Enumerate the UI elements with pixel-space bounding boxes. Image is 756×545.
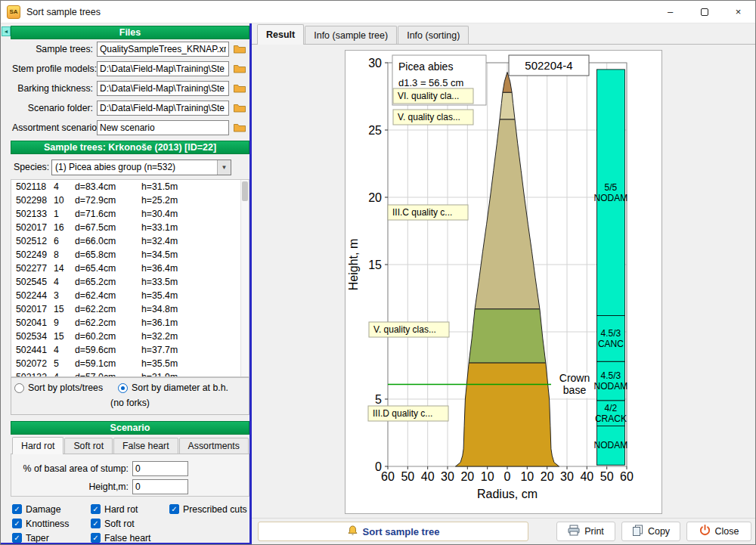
- collapse-panel-button[interactable]: ◄: [2, 26, 11, 36]
- radio-sort-by-plots-trees[interactable]: Sort by plots/trees: [14, 382, 103, 393]
- checkbox-icon: [169, 504, 179, 514]
- field-input[interactable]: [97, 42, 229, 57]
- svg-text:NODAM: NODAM: [594, 381, 628, 392]
- tree-list-item[interactable]: 5022498d=65.8cmh=34.5m: [11, 248, 249, 262]
- tree-list-item[interactable]: 50227714d=65.4cmh=36.4m: [11, 262, 249, 275]
- copy-button[interactable]: Copy: [621, 522, 680, 541]
- svg-text:CANC: CANC: [598, 339, 624, 349]
- crown-base-label: Crown: [559, 372, 590, 384]
- tree-list-item[interactable]: 5021184d=83.4cmh=31.5m: [11, 180, 249, 194]
- tree-plot: 10: [54, 195, 75, 206]
- scenario-tab-false-heart[interactable]: False heart: [113, 438, 178, 454]
- field-input[interactable]: [97, 61, 229, 76]
- folder-icon: [234, 123, 246, 132]
- species-dropdown[interactable]: (1) Picea abies group (n=532) ▼: [51, 159, 231, 175]
- tree-list-item[interactable]: 5025126d=66.0cmh=32.4m: [11, 234, 249, 248]
- tree-height: h=32.4m: [141, 236, 249, 246]
- x-axis-title: Radius, cm: [477, 488, 538, 500]
- sort-sample-tree-button[interactable]: Sort sample tree: [258, 522, 528, 541]
- x-tick-label: 10: [481, 470, 494, 483]
- scrollbar-thumb[interactable]: [242, 181, 248, 201]
- field-input[interactable]: [97, 101, 229, 116]
- tree-list-scrollbar[interactable]: [240, 180, 249, 376]
- stem-segment-v-quality-clas: [500, 92, 515, 119]
- browse-folder-button[interactable]: [231, 42, 248, 57]
- tree-list-item[interactable]: 50201716d=67.5cmh=33.1m: [11, 221, 249, 234]
- stem-segment-iii-c-quality-c: [475, 119, 540, 309]
- tree-id: 502017: [16, 304, 54, 314]
- tree-diameter: d=65.4cm: [75, 263, 141, 274]
- tree-diameter: d=65.2cm: [75, 277, 141, 287]
- print-button[interactable]: Print: [556, 522, 615, 541]
- left-panel: Files Sample trees:Stem profile models:B…: [11, 23, 249, 545]
- tree-height: h=37.7m: [141, 345, 249, 355]
- tree-list-item[interactable]: 5022443d=62.4cmh=35.4m: [11, 289, 249, 302]
- window-title: Sort sample trees: [26, 7, 101, 17]
- maximize-button[interactable]: [687, 1, 721, 23]
- browse-folder-button[interactable]: [231, 61, 248, 76]
- browse-folder-button[interactable]: [231, 81, 248, 96]
- tree-height: h=35.4m: [141, 290, 249, 301]
- tree-height: h=34.8m: [141, 304, 249, 314]
- checkbox-icon: [12, 533, 22, 543]
- svg-text:base: base: [563, 384, 587, 396]
- close-button[interactable]: Close: [686, 522, 751, 541]
- tree-diameter: d=62.4cm: [75, 290, 141, 301]
- height-label: Height,m:: [11, 482, 132, 492]
- checkbox-knottiness[interactable]: Knottiness: [12, 516, 91, 531]
- tree-list-item[interactable]: 5020419d=62.2cmh=36.1m: [11, 316, 249, 330]
- stump-basal-area-input[interactable]: [132, 461, 188, 476]
- checkbox-prescribed-cuts[interactable]: Prescribed cuts: [169, 502, 248, 516]
- tree-id: 502118: [16, 181, 54, 192]
- tree-height: h=31.5m: [141, 181, 249, 192]
- close-window-button[interactable]: ×: [721, 1, 755, 23]
- tree-id: 502249: [16, 249, 54, 260]
- x-tick-label: 20: [541, 470, 554, 483]
- y-tick-label: 5: [375, 393, 382, 406]
- tab-info-sample-tree[interactable]: Info (sample tree): [305, 26, 397, 44]
- tree-list-item[interactable]: 5024414d=59.6cmh=37.7m: [11, 343, 249, 357]
- species-selected-value: (1) Picea abies group (n=532): [52, 162, 217, 172]
- folder-icon: [234, 104, 246, 113]
- field-input[interactable]: [97, 120, 229, 135]
- tree-list-item[interactable]: 5020725d=59.1cmh=35.5m: [11, 357, 249, 370]
- minimize-button[interactable]: –: [653, 1, 687, 23]
- tree-list: 5021184d=83.4cmh=31.5m50229810d=72.9cmh=…: [11, 179, 249, 377]
- tab-info-sorting[interactable]: Info (sorting): [398, 26, 469, 44]
- x-tick-label: 60: [620, 470, 634, 483]
- tree-list-item[interactable]: 5025454d=65.2cmh=33.5m: [11, 275, 249, 289]
- browse-folder-button[interactable]: [231, 101, 248, 116]
- printer-icon: [568, 525, 580, 538]
- radio-sort-by-diameter-at-b-h[interactable]: Sort by diameter at b.h.: [118, 382, 228, 393]
- tree-list-item[interactable]: 50253415d=60.2cmh=32.2m: [11, 330, 249, 343]
- checkbox-soft-rot[interactable]: Soft rot: [91, 516, 169, 531]
- chevron-down-icon[interactable]: ▼: [217, 160, 231, 175]
- x-tick-label: 30: [441, 470, 454, 483]
- checkbox-hard-rot[interactable]: Hard rot: [91, 502, 169, 516]
- browse-folder-button[interactable]: [231, 120, 248, 135]
- tab-result[interactable]: Result: [257, 24, 304, 45]
- svg-text:NODAM: NODAM: [594, 440, 628, 451]
- scenario-tab-assortments[interactable]: Assortments: [179, 438, 249, 454]
- tree-list-item[interactable]: 50201715d=62.2cmh=34.8m: [11, 302, 249, 316]
- scenario-tab-soft-rot[interactable]: Soft rot: [64, 438, 113, 454]
- right-panel: CrownbaseNODAM4/2CRACK4.5/3NODAM4.5/3CAN…: [252, 45, 756, 519]
- tree-list-item[interactable]: 50229810d=72.9cmh=25.2m: [11, 194, 249, 207]
- field-input[interactable]: [97, 81, 229, 96]
- checkbox-label: Knottiness: [26, 519, 69, 529]
- tree-list-item[interactable]: 5021331d=71.6cmh=30.4m: [11, 207, 249, 221]
- file-row: Barking thickness:: [11, 79, 249, 98]
- folder-icon: [234, 84, 246, 93]
- height-input[interactable]: [132, 479, 188, 494]
- tree-height: h=25.2m: [141, 195, 249, 206]
- checkbox-label: Soft rot: [104, 519, 135, 529]
- svg-text:III.D quality c...: III.D quality c...: [373, 408, 432, 419]
- checkbox-damage[interactable]: Damage: [12, 502, 91, 516]
- svg-text:5/5: 5/5: [605, 182, 618, 193]
- file-row: Stem profile models:: [11, 59, 249, 79]
- scenario-tab-hard-rot[interactable]: Hard rot: [12, 437, 64, 454]
- tree-species-label: Picea abies: [398, 60, 453, 73]
- tree-list-item[interactable]: 5021324d=57.0cmh=31.9m: [11, 370, 249, 377]
- tree-diameter: d=59.6cm: [75, 345, 141, 355]
- x-tick-label: 50: [600, 470, 614, 483]
